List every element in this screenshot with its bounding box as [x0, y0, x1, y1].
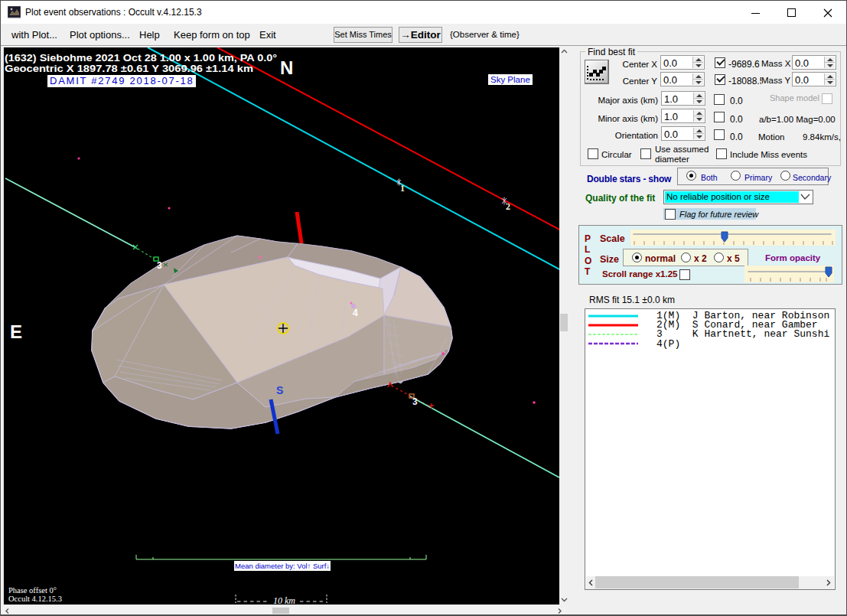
svg-text:3: 3	[157, 260, 162, 271]
svg-text:1: 1	[400, 183, 405, 194]
svg-text:4: 4	[353, 308, 358, 318]
svg-text:2: 2	[506, 201, 510, 212]
svg-text:Geocentric X 1897.78 ±0.61: Geocentric X 1897.78 ±0.61 Y 3069.96 ±1.…	[5, 63, 253, 74]
svg-text:3: 3	[412, 396, 418, 407]
svg-text:N: N	[280, 57, 293, 78]
svg-text:S: S	[276, 384, 283, 396]
svg-text:Phase offset 0°: Phase offset 0°	[8, 586, 57, 595]
svg-text:Occult 4.12.15.3: Occult 4.12.15.3	[8, 595, 62, 603]
svg-text:E: E	[10, 321, 22, 342]
svg-text:10 km: 10 km	[273, 595, 295, 605]
